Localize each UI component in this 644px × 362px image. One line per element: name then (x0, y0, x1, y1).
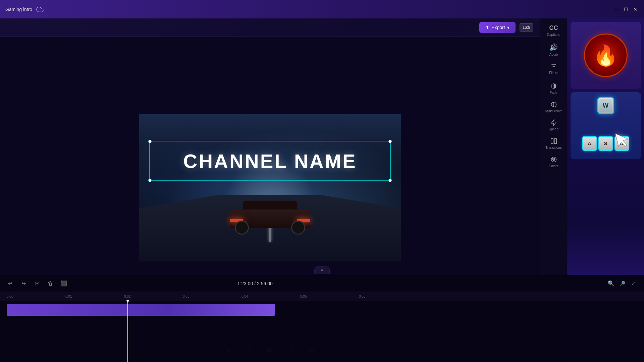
export-icon: ⬆ (485, 25, 489, 30)
adjust-colors-tool[interactable]: Adjust colors (543, 99, 565, 115)
key-a: A (582, 136, 597, 151)
timeline-tracks (0, 301, 644, 362)
captions-tool[interactable]: CC Captions (543, 22, 565, 39)
time-display: 1:23.00 / 2:56.00 (237, 281, 273, 286)
captions-label: Captions (547, 33, 560, 37)
close-button[interactable]: ✕ (632, 6, 639, 13)
speed-label: Speed (549, 127, 558, 131)
playhead[interactable] (127, 301, 128, 362)
filters-icon (550, 63, 557, 70)
flame-circle: 🔥 (584, 34, 628, 77)
fade-tool[interactable]: ◑ Fade (543, 79, 565, 97)
filters-label: Filters (549, 71, 558, 75)
audio-icon: 🔊 (549, 43, 558, 51)
colors-icon (550, 156, 557, 163)
zoom-out-button[interactable]: 🔎 (618, 279, 627, 288)
redo-button[interactable]: ↪ (19, 279, 28, 288)
ruler-mark-0: 0:00 (7, 295, 13, 298)
selection-handle-tr[interactable] (388, 140, 392, 143)
transitions-tool[interactable]: Transitions (543, 135, 565, 152)
car-wheel-left (235, 221, 249, 235)
colors-tool[interactable]: Colors (543, 154, 565, 171)
speed-tool[interactable]: Speed (543, 117, 565, 134)
colors-label: Colors (549, 164, 558, 168)
svg-point-7 (551, 157, 556, 162)
audio-tool[interactable]: 🔊 Audio (543, 41, 565, 59)
cloud-save-icon[interactable] (36, 6, 44, 13)
undo-button[interactable]: ↩ (5, 279, 15, 288)
ruler-mark-4: 0:04 (241, 295, 248, 298)
svg-point-10 (553, 160, 554, 161)
audio-label: Audio (549, 53, 558, 56)
timeline-ruler: 0:00 0:01 0:02 0:03 0:04 0:05 0:06 (0, 292, 644, 301)
transitions-icon (550, 138, 557, 144)
flame-emoji: 🔥 (593, 44, 618, 67)
car (226, 198, 314, 235)
title-bar: Gaming intro — ☐ ✕ (0, 0, 644, 18)
svg-point-9 (554, 159, 555, 160)
top-toolbar: ⬆ Export ▾ 16:9 (0, 18, 540, 37)
flame-asset-card[interactable]: 🔥 (571, 22, 641, 89)
video-preview[interactable]: CHANNEL NAME (139, 114, 401, 261)
fade-icon: ◑ (551, 81, 556, 89)
captions-icon: CC (549, 24, 558, 32)
speed-icon (550, 119, 557, 126)
svg-rect-5 (551, 139, 553, 144)
minimize-button[interactable]: — (613, 6, 620, 13)
collapse-handle[interactable]: ▼ (314, 266, 330, 274)
project-title: Gaming intro (5, 7, 32, 12)
aspect-ratio-badge: 16:9 (520, 23, 533, 32)
ruler-mark-5: 0:05 (300, 295, 307, 298)
selection-handle-br[interactable] (388, 179, 392, 182)
svg-rect-6 (554, 139, 556, 144)
export-button[interactable]: ⬆ Export ▾ (479, 22, 515, 33)
add-track-button[interactable]: ⬛ (59, 279, 68, 288)
text-overlay[interactable]: CHANNEL NAME (149, 141, 391, 181)
ruler-mark-1: 0:01 (65, 295, 72, 298)
filters-tool[interactable]: Filters (543, 60, 565, 77)
delete-button[interactable]: 🗑 (46, 279, 55, 288)
zoom-controls: 🔍 🔎 ⤢ (606, 279, 639, 288)
timeline-area: ▼ ↩ ↪ ✂ 🗑 ⬛ 1:23.00 / 2:56.00 🔍 🔎 ⤢ 0:00… (0, 275, 644, 362)
window-controls: — ☐ ✕ (613, 6, 639, 13)
transitions-label: Transitions (545, 146, 562, 149)
selection-handle-bl[interactable] (148, 179, 152, 182)
cut-button[interactable]: ✂ (32, 279, 42, 288)
svg-point-8 (552, 159, 553, 160)
fade-label: Fade (550, 91, 557, 95)
ruler-mark-2: 0:02 (124, 295, 130, 298)
key-s: S (598, 136, 613, 151)
export-chevron-icon: ▾ (507, 25, 509, 30)
export-label: Export (491, 25, 505, 30)
ruler-mark-3: 0:03 (183, 295, 189, 298)
timeline-toolbar: ↩ ↪ ✂ 🗑 ⬛ 1:23.00 / 2:56.00 🔍 🔎 ⤢ (0, 275, 644, 292)
title-bar-left: Gaming intro (5, 6, 44, 13)
zoom-in-button[interactable]: 🔍 (606, 279, 616, 288)
car-wheel-right (291, 221, 305, 235)
maximize-button[interactable]: ☐ (623, 6, 629, 13)
channel-name-text: CHANNEL NAME (183, 150, 357, 172)
selection-handle-tl[interactable] (148, 140, 152, 143)
keyboard-asset-card[interactable]: W A S D (571, 92, 641, 159)
fit-timeline-button[interactable]: ⤢ (629, 279, 639, 288)
ruler-mark-6: 0:06 (359, 295, 365, 298)
adjust-colors-icon (550, 101, 557, 108)
timeline-track-1[interactable] (7, 304, 275, 316)
adjust-colors-label: Adjust colors (545, 109, 562, 113)
